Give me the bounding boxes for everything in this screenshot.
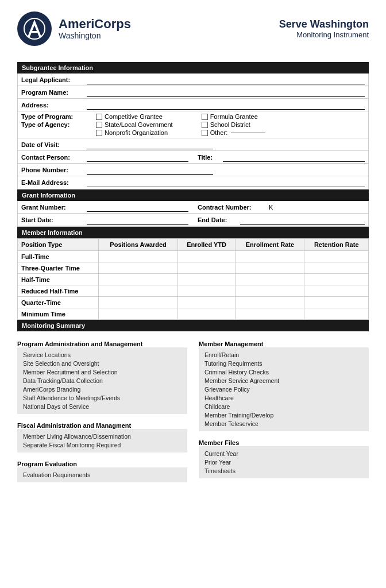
subgrantee-section: Subgrantee Information Legal Applicant: … xyxy=(17,62,369,189)
row-halftime-enrolled[interactable] xyxy=(177,274,236,285)
title-field-input[interactable] xyxy=(223,153,365,162)
row-fulltime-label: Full-Time xyxy=(18,251,99,262)
row-halftime-enrollment-rate[interactable] xyxy=(236,274,304,285)
checkbox-school-district-box[interactable] xyxy=(202,122,208,128)
checkbox-other[interactable]: Other: xyxy=(202,129,266,136)
table-row-quartertime: Quarter-Time xyxy=(18,297,369,308)
program-admin-items: Service Locations Site Selection and Ove… xyxy=(17,347,187,414)
row-reduced-halftime-positions[interactable] xyxy=(99,285,177,297)
end-date-input[interactable] xyxy=(240,215,365,225)
member-files-items: Current Year Prior Year Timesheets xyxy=(199,446,369,478)
row-minimumtime-enrolled[interactable] xyxy=(177,308,236,320)
subgrantee-section-header: Subgrantee Information xyxy=(17,62,369,74)
row-fulltime-enrolled[interactable] xyxy=(177,251,236,262)
org-name: AmeriCorps Washington xyxy=(59,17,131,40)
row-reduced-halftime-enrolled[interactable] xyxy=(177,285,236,297)
prog-admin-item-1: Site Selection and Oversight xyxy=(23,359,182,368)
row-reduced-halftime-enrollment-rate[interactable] xyxy=(236,285,304,297)
checkbox-state-local-box[interactable] xyxy=(96,122,102,128)
row-reduced-halftime-retention-rate[interactable] xyxy=(304,285,369,297)
address-input[interactable] xyxy=(87,100,365,110)
row-halftime-positions[interactable] xyxy=(99,274,177,285)
checkboxes-right: Formula Grantee School District Other: xyxy=(202,113,266,136)
row-quartertime-enrolled[interactable] xyxy=(177,297,236,308)
row-minimumtime-retention-rate[interactable] xyxy=(304,308,369,320)
prog-admin-item-5: Staff Attendence to Meetings/Events xyxy=(23,394,182,402)
row-threequarter-enrollment-rate[interactable] xyxy=(236,262,304,274)
row-threequarter-positions[interactable] xyxy=(99,262,177,274)
row-reduced-halftime-label: Reduced Half-Time xyxy=(18,285,99,297)
member-info-header: Member Information xyxy=(17,227,369,238)
row-fulltime-enrollment-rate[interactable] xyxy=(236,251,304,262)
col-position-type: Position Type xyxy=(18,239,99,251)
member-mgmt-item-0: Enroll/Retain xyxy=(204,351,363,359)
org-logo xyxy=(17,11,52,46)
row-minimumtime-positions[interactable] xyxy=(99,308,177,320)
grant-number-input[interactable] xyxy=(87,203,188,212)
org-main-name: AmeriCorps xyxy=(59,17,131,31)
contract-number-value: K xyxy=(269,204,273,211)
eval-item-0: Evaluation Requirements xyxy=(23,471,182,479)
document-title-area: Serve Washington Monitoring Instrument xyxy=(279,18,369,39)
table-row-fulltime: Full-Time xyxy=(18,251,369,262)
member-mgmt-item-3: Member Service Agreement xyxy=(204,377,363,385)
fiscal-admin-items: Member Living Allowance/Dissemination Se… xyxy=(17,429,187,452)
legal-applicant-label: Legal Applicant: xyxy=(21,76,84,83)
member-files-item-0: Current Year xyxy=(204,450,363,458)
member-mgmt-item-8: Member Teleservice xyxy=(204,420,363,428)
address-row: Address: xyxy=(18,99,368,111)
checkbox-other-box[interactable] xyxy=(202,130,208,136)
member-files-item-1: Prior Year xyxy=(204,458,363,466)
row-threequarter-enrolled[interactable] xyxy=(177,262,236,274)
type-checkboxes-row: Type of Program: Type of Agency: Competi… xyxy=(18,111,368,138)
row-quartertime-enrollment-rate[interactable] xyxy=(236,297,304,308)
date-of-visit-input[interactable] xyxy=(87,140,213,149)
member-files-item-2: Timesheets xyxy=(204,467,363,475)
contract-number-label: Contract Number: xyxy=(198,204,267,211)
member-mgmt-item-4: Grievance Policy xyxy=(204,385,363,393)
row-fulltime-retention-rate[interactable] xyxy=(304,251,369,262)
phone-input[interactable] xyxy=(87,165,213,175)
member-mgmt-item-7: Member Training/Develop xyxy=(204,411,363,419)
document-subtitle: Monitoring Instrument xyxy=(279,30,369,39)
row-halftime-retention-rate[interactable] xyxy=(304,274,369,285)
prog-admin-item-6: National Days of Service xyxy=(23,403,182,411)
fiscal-item-0: Member Living Allowance/Dissemination xyxy=(23,432,182,440)
checkbox-formula-grantee[interactable]: Formula Grantee xyxy=(202,113,266,120)
email-row: E-Mail Address: xyxy=(18,176,368,189)
type-of-program-label: Type of Program: xyxy=(21,113,84,120)
checkbox-competitive-grantee[interactable]: Competitive Grantee xyxy=(96,113,173,120)
row-quartertime-retention-rate[interactable] xyxy=(304,297,369,308)
program-name-row: Program Name: xyxy=(18,86,368,99)
checkbox-nonprofit-box[interactable] xyxy=(96,130,102,136)
program-admin-title: Program Administration and Management xyxy=(17,341,187,347)
row-minimumtime-enrollment-rate[interactable] xyxy=(236,308,304,320)
program-name-input[interactable] xyxy=(87,88,365,97)
program-eval-title: Program Evaluation xyxy=(17,461,187,467)
row-fulltime-positions[interactable] xyxy=(99,251,177,262)
contact-person-input[interactable] xyxy=(87,153,188,162)
start-date-input[interactable] xyxy=(87,215,188,225)
row-threequarter-retention-rate[interactable] xyxy=(304,262,369,274)
checkbox-state-local[interactable]: State/Local Government xyxy=(96,121,173,128)
org-sub-name: Washington xyxy=(59,31,131,40)
checkbox-competitive-grantee-label: Competitive Grantee xyxy=(105,113,163,120)
start-end-date-row: Start Date: End Date: xyxy=(18,214,368,226)
email-input[interactable] xyxy=(87,178,365,187)
col-enrollment-rate: Enrollment Rate xyxy=(236,239,304,251)
member-mgmt-item-6: Childcare xyxy=(204,403,363,411)
svg-rect-1 xyxy=(30,31,38,33)
checkbox-school-district[interactable]: School District xyxy=(202,121,266,128)
monitoring-left-col: Program Administration and Management Se… xyxy=(17,341,187,490)
member-mgmt-item-5: Healthcare xyxy=(204,394,363,402)
page-header: AmeriCorps Washington Serve Washington M… xyxy=(17,11,369,46)
monitoring-summary-header: Monitoring Summary xyxy=(17,320,369,331)
phone-row: Phone Number: xyxy=(18,164,368,176)
checkbox-competitive-grantee-box[interactable] xyxy=(96,114,102,120)
checkbox-formula-grantee-box[interactable] xyxy=(202,114,208,120)
legal-applicant-input[interactable] xyxy=(87,75,365,84)
row-quartertime-positions[interactable] xyxy=(99,297,177,308)
prog-admin-item-3: Data Tracking/Data Collection xyxy=(23,377,182,385)
member-info-table: Position Type Positions Awarded Enrolled… xyxy=(17,238,369,320)
checkbox-nonprofit[interactable]: Nonprofit Organization xyxy=(96,129,173,136)
